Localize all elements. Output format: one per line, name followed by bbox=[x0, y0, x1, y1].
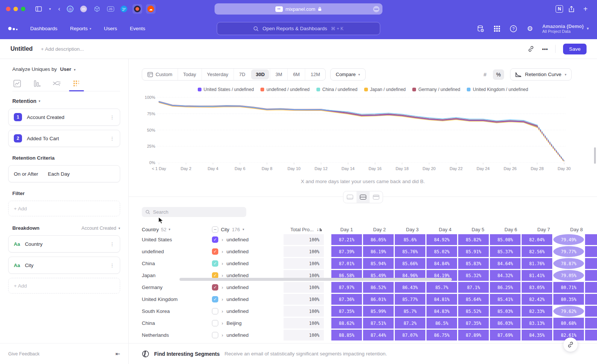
retention-cell[interactable]: 83.13% bbox=[522, 318, 552, 329]
extension-cube-icon[interactable] bbox=[92, 4, 102, 14]
sort-descending-icon[interactable]: ↓ bbox=[317, 228, 322, 231]
retention-cell[interactable]: 86.03% bbox=[490, 318, 521, 329]
retention-cell[interactable]: 85.03% bbox=[490, 306, 521, 317]
mixpanel-logo-icon[interactable] bbox=[8, 27, 18, 30]
back-icon[interactable]: ‹ bbox=[58, 6, 60, 12]
table-row[interactable]: China✓›undefined100%87.01%85.94%85.66%84… bbox=[142, 258, 597, 269]
step-card-1[interactable]: 1 Account Created ⋮ bbox=[8, 109, 120, 126]
retention-cell[interactable]: 85.82% bbox=[458, 234, 489, 245]
legend-item[interactable]: China / undefined bbox=[316, 87, 357, 92]
retention-cell[interactable]: 85.7% bbox=[395, 306, 425, 317]
nav-users[interactable]: Users bbox=[104, 26, 117, 31]
table-row[interactable]: Germany✓›undefined100%87.97%86.52%86.43%… bbox=[142, 282, 597, 293]
retention-cell[interactable]: 87.97% bbox=[331, 282, 362, 293]
apps-grid-icon[interactable] bbox=[493, 25, 501, 33]
date-range-today[interactable]: Today bbox=[178, 69, 201, 80]
retention-cell[interactable]: 81.41% bbox=[522, 270, 552, 281]
day-column-header[interactable]: Day 2 bbox=[364, 227, 395, 232]
legend-item[interactable]: United Kingdom / undefined bbox=[467, 87, 528, 92]
help-icon[interactable]: ? bbox=[509, 25, 518, 33]
extension-loop-icon[interactable]: ◎ bbox=[65, 4, 75, 14]
retention-cell-partial[interactable] bbox=[585, 306, 597, 317]
day-column-header[interactable]: Day 4 bbox=[430, 227, 460, 232]
retention-cell-partial[interactable] bbox=[585, 270, 597, 281]
retention-cell[interactable]: 88.62% bbox=[331, 318, 362, 329]
day-column-header[interactable]: Day 1 bbox=[331, 227, 362, 232]
country-column-header[interactable]: Country 52 ▾ bbox=[142, 227, 212, 232]
retention-cell[interactable]: 86.19% bbox=[363, 246, 394, 257]
date-range-3m[interactable]: 3M bbox=[270, 69, 287, 80]
row-checkbox[interactable]: ✓ bbox=[212, 296, 218, 302]
extension-js-icon[interactable]: JS bbox=[106, 4, 115, 14]
tab-flows[interactable] bbox=[52, 79, 62, 88]
chart-type-dropdown[interactable]: Retention Curve ▾ bbox=[510, 68, 572, 81]
retention-cell[interactable]: 84.81% bbox=[426, 294, 457, 305]
retention-cell[interactable]: 82.42% bbox=[522, 294, 552, 305]
retention-cell[interactable]: 86.75% bbox=[426, 330, 457, 341]
retention-cell[interactable]: 85.08% bbox=[490, 234, 521, 245]
retention-cell[interactable]: 85.41% bbox=[490, 294, 521, 305]
retention-cell[interactable]: 82.56% bbox=[522, 246, 552, 257]
row-checkbox[interactable] bbox=[212, 308, 218, 314]
tab-retention[interactable] bbox=[72, 79, 81, 88]
zoom-window-button[interactable] bbox=[21, 7, 25, 11]
share-link-fab[interactable] bbox=[563, 338, 578, 352]
expand-row-icon[interactable]: › bbox=[222, 273, 223, 278]
tab-funnels[interactable] bbox=[32, 79, 42, 88]
retention-cell[interactable]: 88.85% bbox=[331, 330, 362, 341]
retention-cell[interactable]: 78.87% bbox=[553, 258, 584, 269]
save-button[interactable]: Save bbox=[563, 44, 587, 54]
retention-cell[interactable]: 86.52% bbox=[363, 282, 394, 293]
date-range-12m[interactable]: 12M bbox=[305, 69, 325, 80]
retention-cell[interactable]: 79.62% bbox=[553, 306, 584, 317]
retention-cell[interactable]: 79.49% bbox=[553, 234, 584, 245]
step-card-2[interactable]: 2 Added To Cart ⋮ bbox=[8, 130, 120, 147]
analyze-value-dropdown[interactable]: User bbox=[60, 66, 71, 72]
retention-cell[interactable]: 85.37% bbox=[490, 246, 521, 257]
retention-cell-partial[interactable] bbox=[585, 318, 597, 329]
retention-cell-partial[interactable] bbox=[585, 330, 597, 341]
retention-cell-partial[interactable] bbox=[585, 258, 597, 269]
nav-dashboards[interactable]: Dashboards bbox=[30, 26, 57, 31]
retention-cell[interactable]: 84.35% bbox=[522, 330, 552, 341]
date-range-7d[interactable]: 7D bbox=[234, 69, 251, 80]
retention-cell[interactable]: 87.35% bbox=[458, 318, 489, 329]
date-range-custom[interactable]: Custom bbox=[142, 69, 178, 80]
retention-cell[interactable]: 85.6% bbox=[395, 234, 425, 245]
expand-row-icon[interactable]: › bbox=[222, 249, 223, 254]
kebab-menu-icon[interactable]: ⋮ bbox=[110, 136, 115, 141]
retention-cell-partial[interactable] bbox=[585, 246, 597, 257]
table-search[interactable] bbox=[142, 207, 246, 217]
layout-chart-large-button[interactable] bbox=[343, 191, 356, 203]
criteria-card[interactable]: On or After Each Day bbox=[8, 165, 120, 182]
row-checkbox[interactable] bbox=[212, 320, 218, 326]
table-row[interactable]: Netherlands›undefined100%88.85%87.44%87.… bbox=[142, 330, 597, 341]
expand-row-icon[interactable]: › bbox=[222, 285, 223, 290]
retention-cell[interactable]: 85.02% bbox=[426, 246, 457, 257]
layout-split-button[interactable] bbox=[356, 191, 369, 203]
address-more-icon[interactable]: ••• bbox=[373, 6, 379, 12]
segments-title[interactable]: Find Interesting Segments bbox=[154, 351, 220, 357]
retention-cell[interactable]: 85.77% bbox=[395, 294, 425, 305]
horizontal-scrollbar[interactable] bbox=[179, 278, 452, 281]
retention-cell[interactable]: 87.39% bbox=[331, 246, 362, 257]
retention-cell[interactable]: 79.77% bbox=[553, 246, 584, 257]
table-search-input[interactable] bbox=[153, 209, 243, 215]
retention-cell[interactable]: 84.64% bbox=[490, 258, 521, 269]
address-bar[interactable]: •• mixpanel.com ••• bbox=[215, 3, 382, 15]
retention-cell[interactable]: 87.2% bbox=[395, 318, 425, 329]
absolute-numbers-toggle[interactable]: # bbox=[479, 69, 491, 80]
retention-cell[interactable]: 84.92% bbox=[426, 234, 457, 245]
global-search[interactable]: Open Reports & Dashboards ⌘ + K bbox=[217, 22, 380, 35]
retention-cell[interactable]: 83.05% bbox=[522, 282, 552, 293]
row-checkbox[interactable]: ✓ bbox=[212, 248, 218, 255]
criteria-condition[interactable]: On or After bbox=[14, 171, 38, 177]
retention-cell[interactable]: 79.05% bbox=[553, 270, 584, 281]
kebab-menu-icon[interactable]: ⋮ bbox=[110, 263, 115, 268]
expand-row-icon[interactable]: › bbox=[222, 297, 223, 302]
vertical-scrollbar[interactable] bbox=[594, 147, 596, 164]
date-range-yesterday[interactable]: Yesterday bbox=[201, 69, 234, 80]
collapse-sidebar-icon[interactable]: ⇤ bbox=[115, 351, 120, 357]
retention-cell-partial[interactable] bbox=[585, 282, 597, 293]
retention-cell[interactable]: 85.83% bbox=[458, 258, 489, 269]
